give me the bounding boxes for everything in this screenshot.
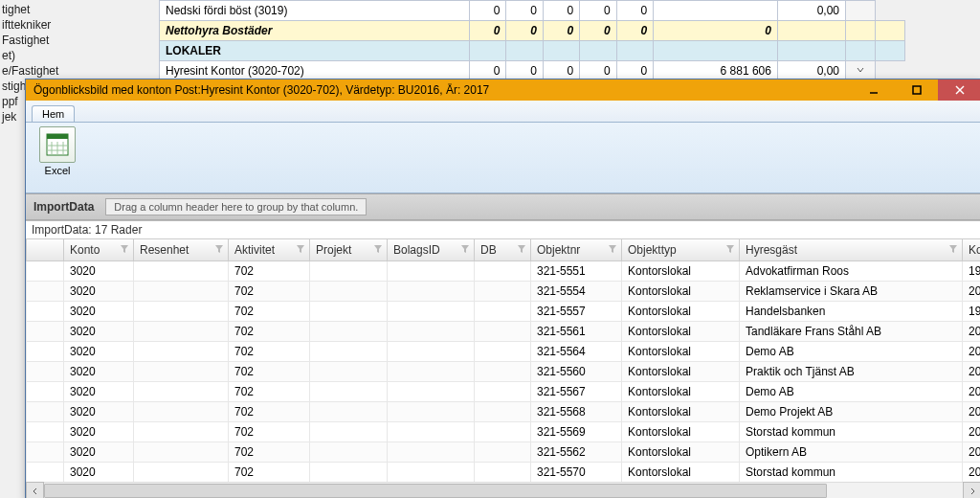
table-row[interactable]: 3020702321-5554KontorslokalReklamservice… (27, 282, 981, 302)
cell-bolagsid[interactable] (388, 382, 475, 402)
bg-cell[interactable]: 0 (580, 21, 616, 41)
bg-cell[interactable]: 0 (654, 21, 778, 41)
cell-from[interactable]: 2009-10-01 (963, 322, 981, 342)
window-titlebar[interactable]: Ögonblicksbild med konton Post:Hyresint … (26, 79, 980, 101)
table-row[interactable]: 3020702321-5564KontorslokalDemo AB2010-0… (27, 342, 981, 362)
cell-hyresgast[interactable]: Praktik och Tjänst AB (740, 362, 963, 382)
cell-objektnr[interactable]: 321-5569 (531, 422, 622, 442)
filter-icon[interactable] (517, 243, 526, 257)
column-header[interactable]: Projekt (310, 239, 388, 261)
table-row[interactable]: 3020702321-5570KontorslokalStorstad komm… (27, 463, 981, 483)
cell-resenhet[interactable] (134, 422, 229, 442)
cell-hyresgast[interactable]: Reklamservice i Skara AB (740, 282, 963, 302)
window-close-button[interactable] (938, 79, 980, 101)
filter-icon[interactable] (460, 243, 470, 257)
cell-resenhet[interactable] (134, 442, 229, 463)
bg-cell[interactable] (654, 1, 778, 21)
cell-konto[interactable]: 3020 (64, 442, 134, 463)
cell-from[interactable]: 1991-03-01 (963, 261, 981, 282)
cell-objektnr[interactable]: 321-5551 (531, 261, 622, 282)
cell-objekttyp[interactable]: Kontorslokal (622, 442, 740, 463)
cell-objektnr[interactable]: 321-5554 (531, 282, 622, 302)
row-selector[interactable] (27, 342, 64, 362)
cell-bolagsid[interactable] (388, 442, 475, 463)
data-grid[interactable]: KontoResenhetAktivitetProjektBolagsIDDBO… (26, 239, 980, 482)
cell-objektnr[interactable]: 321-5557 (531, 302, 622, 322)
cell-aktivitet[interactable]: 702 (229, 322, 310, 342)
cell-resenhet[interactable] (134, 261, 229, 282)
scrollbar-track[interactable] (44, 482, 963, 498)
cell-resenhet[interactable] (134, 302, 229, 322)
bg-cell[interactable] (506, 41, 543, 61)
cell-aktivitet[interactable]: 702 (229, 442, 310, 463)
table-row[interactable]: 3020702321-5569KontorslokalStorstad komm… (27, 422, 981, 442)
bg-cell[interactable] (846, 21, 876, 41)
bg-cell[interactable]: 0 (580, 1, 616, 21)
cell-hyresgast[interactable]: Optikern AB (740, 442, 963, 463)
cell-objekttyp[interactable]: Kontorslokal (622, 261, 740, 282)
cell-konto[interactable]: 3020 (64, 402, 134, 422)
cell-resenhet[interactable] (134, 402, 229, 422)
cell-objektnr[interactable]: 321-5562 (531, 442, 622, 463)
cell-resenhet[interactable] (134, 362, 229, 382)
cell-bolagsid[interactable] (388, 463, 475, 483)
cell-from[interactable]: 2010-09-01 (963, 382, 981, 402)
bg-cell[interactable]: 0,00 (777, 1, 845, 21)
cell-resenhet[interactable] (134, 382, 229, 402)
cell-projekt[interactable] (310, 322, 388, 342)
filter-icon[interactable] (948, 243, 958, 257)
cell-aktivitet[interactable]: 702 (229, 422, 310, 442)
row-selector[interactable] (27, 302, 64, 322)
table-row[interactable]: 3020702321-5561KontorslokalTandläkare Fr… (27, 322, 981, 342)
cell-db[interactable] (475, 342, 531, 362)
column-header[interactable]: Aktivitet (229, 239, 310, 261)
cell-objektnr[interactable]: 321-5560 (531, 362, 622, 382)
bg-cell[interactable] (580, 41, 616, 61)
row-selector[interactable] (27, 322, 64, 342)
window-minimize-button[interactable] (852, 79, 895, 101)
cell-konto[interactable]: 3020 (64, 382, 134, 402)
column-header[interactable]: Resenhet (134, 239, 229, 261)
column-header[interactable]: BolagsID (388, 239, 475, 261)
bg-cell[interactable]: 0 (506, 21, 543, 41)
cell-konto[interactable]: 3020 (64, 463, 134, 483)
group-by-bar[interactable]: ImportData Drag a column header here to … (26, 193, 980, 220)
cell-objekttyp[interactable]: Kontorslokal (622, 322, 740, 342)
cell-resenhet[interactable] (134, 322, 229, 342)
cell-aktivitet[interactable]: 702 (229, 402, 310, 422)
cell-from[interactable]: 2010-09-01 (963, 342, 981, 362)
filter-icon[interactable] (608, 243, 617, 257)
scrollbar-thumb[interactable] (44, 484, 827, 498)
row-selector[interactable] (27, 261, 64, 282)
bg-row-label[interactable]: Nedski fördi böst (3019) (160, 1, 470, 21)
column-header[interactable] (27, 239, 64, 261)
row-selector[interactable] (27, 463, 64, 483)
cell-objekttyp[interactable]: Kontorslokal (622, 362, 740, 382)
excel-export-button[interactable] (39, 126, 76, 163)
cell-hyresgast[interactable]: Tandläkare Frans Ståhl AB (740, 322, 963, 342)
filter-icon[interactable] (120, 243, 129, 257)
cell-db[interactable] (475, 302, 531, 322)
cell-aktivitet[interactable]: 702 (229, 342, 310, 362)
bg-cell[interactable]: 0 (616, 21, 653, 41)
cell-bolagsid[interactable] (388, 402, 475, 422)
row-selector[interactable] (27, 362, 64, 382)
cell-projekt[interactable] (310, 282, 388, 302)
column-header[interactable]: DB (475, 239, 531, 261)
cell-from[interactable]: 1986-05-01 (963, 302, 981, 322)
cell-projekt[interactable] (310, 442, 388, 463)
row-selector[interactable] (27, 282, 64, 302)
cell-objekttyp[interactable]: Kontorslokal (622, 382, 740, 402)
cell-objektnr[interactable]: 321-5567 (531, 382, 622, 402)
table-row[interactable]: 3020702321-5560KontorslokalPraktik och T… (27, 362, 981, 382)
cell-projekt[interactable] (310, 422, 388, 442)
bg-cell[interactable] (469, 41, 505, 61)
cell-bolagsid[interactable] (388, 302, 475, 322)
bg-cell[interactable] (846, 41, 876, 61)
cell-konto[interactable]: 3020 (64, 302, 134, 322)
cell-db[interactable] (475, 282, 531, 302)
cell-hyresgast[interactable]: Demo AB (740, 342, 963, 362)
cell-objektnr[interactable]: 321-5564 (531, 342, 622, 362)
cell-bolagsid[interactable] (388, 362, 475, 382)
cell-objektnr[interactable]: 321-5568 (531, 402, 622, 422)
